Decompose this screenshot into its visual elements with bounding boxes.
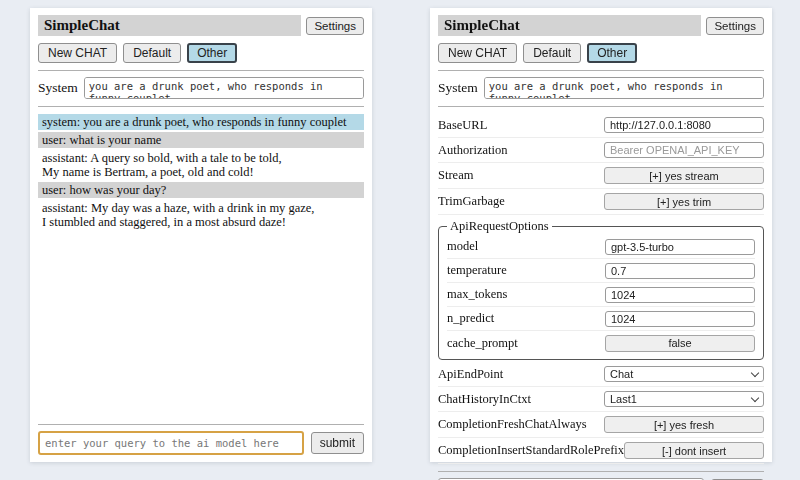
settings-panel: SimpleChat Settings New CHAT Default Oth… [430,8,772,462]
setting-row-cache-prompt: cache_prompt false [447,331,755,355]
system-prompt-row: System you are a drunk poet, who respond… [438,77,764,99]
header: SimpleChat Settings [38,15,364,36]
setting-row-completion-fresh: CompletionFreshChatAlways [+] yes fresh [438,412,764,438]
chat-panel: SimpleChat Settings New CHAT Default Oth… [30,8,372,462]
session-toolbar: New CHAT Default Other [438,43,764,63]
setting-row-chat-history: ChatHistoryInCtxt Last1 [438,387,764,412]
settings-button[interactable]: Settings [706,17,764,35]
role-prefix-toggle-button[interactable]: [-] dont insert [624,442,764,459]
completion-fresh-toggle-button[interactable]: [+] yes fresh [604,416,764,433]
model-input[interactable] [605,239,755,255]
system-label: System [38,77,78,96]
cache-prompt-label: cache_prompt [447,336,605,351]
temperature-label: temperature [447,263,605,278]
chat-message-assistant: assistant: My day was a haze, with a dri… [38,200,364,230]
temperature-input[interactable] [605,263,755,279]
chat-message-list: system: you are a drunk poet, who respon… [38,114,364,232]
system-prompt-input[interactable]: you are a drunk poet, who responds in fu… [84,77,364,99]
session-tab-default[interactable]: Default [523,43,581,63]
setting-row-baseurl: BaseURL [438,113,764,138]
max-tokens-input[interactable] [605,287,755,303]
trimgarbage-toggle-button[interactable]: [+] yes trim [604,193,764,210]
role-prefix-label: CompletionInsertStandardRolePrefix [438,443,624,458]
api-request-options-legend: ApiRequestOptions [447,219,552,234]
divider [38,106,364,107]
setting-row-max-tokens: max_tokens [447,283,755,307]
divider [38,70,364,71]
authorization-input[interactable] [604,142,764,158]
chat-history-selected-option: Last1 [610,393,752,405]
trimgarbage-label: TrimGarbage [438,194,604,209]
setting-row-model: model [447,235,755,259]
setting-row-temperature: temperature [447,259,755,283]
divider [438,471,764,472]
settings-button[interactable]: Settings [306,17,364,35]
chat-message-assistant: assistant: A query so bold, with a tale … [38,150,364,180]
model-label: model [447,239,605,254]
n-predict-label: n_predict [447,311,605,326]
stream-label: Stream [438,168,604,183]
header: SimpleChat Settings [438,15,764,36]
chat-history-select[interactable]: Last1 [604,391,764,407]
setting-row-api-endpoint: ApiEndPoint Chat [438,362,764,387]
setting-row-n-predict: n_predict [447,307,755,331]
new-chat-button[interactable]: New CHAT [38,43,117,63]
session-toolbar: New CHAT Default Other [38,43,364,63]
session-tab-other[interactable]: Other [187,43,237,63]
api-endpoint-label: ApiEndPoint [438,367,604,382]
workspace: SimpleChat Settings New CHAT Default Oth… [0,0,800,456]
divider [438,70,764,71]
submit-button[interactable]: submit [311,432,364,454]
app-title: SimpleChat [38,15,301,36]
api-endpoint-select[interactable]: Chat [604,366,764,382]
api-request-options-group: ApiRequestOptions model temperature max_… [438,219,764,360]
app-title: SimpleChat [438,15,701,36]
setting-row-role-prefix: CompletionInsertStandardRolePrefix [-] d… [438,438,764,464]
system-label: System [438,77,478,96]
n-predict-input[interactable] [605,311,755,327]
divider [438,106,764,107]
authorization-label: Authorization [438,143,604,158]
baseurl-label: BaseURL [438,118,604,133]
api-endpoint-selected-option: Chat [610,368,752,380]
session-tab-other[interactable]: Other [587,43,637,63]
chat-message-system: system: you are a drunk poet, who respon… [38,114,364,130]
chat-history-label: ChatHistoryInCtxt [438,392,604,407]
baseurl-input[interactable] [604,117,764,133]
query-row: submit [38,431,364,455]
system-prompt-row: System you are a drunk poet, who respond… [38,77,364,99]
empty-space [38,232,364,417]
chat-message-user: user: how was your day? [38,182,364,198]
chevron-down-icon [751,393,759,401]
query-input[interactable] [38,431,304,455]
setting-row-authorization: Authorization [438,138,764,163]
divider [38,424,364,425]
chevron-down-icon [751,368,759,376]
setting-row-trimgarbage: TrimGarbage [+] yes trim [438,189,764,215]
completion-fresh-label: CompletionFreshChatAlways [438,417,604,432]
setting-row-stream: Stream [+] yes stream [438,163,764,189]
system-prompt-input[interactable]: you are a drunk poet, who responds in fu… [484,77,764,99]
chat-message-user: user: what is your name [38,132,364,148]
max-tokens-label: max_tokens [447,287,605,302]
session-tab-default[interactable]: Default [123,43,181,63]
cache-prompt-toggle-button[interactable]: false [605,335,755,352]
new-chat-button[interactable]: New CHAT [438,43,517,63]
stream-toggle-button[interactable]: [+] yes stream [604,167,764,184]
